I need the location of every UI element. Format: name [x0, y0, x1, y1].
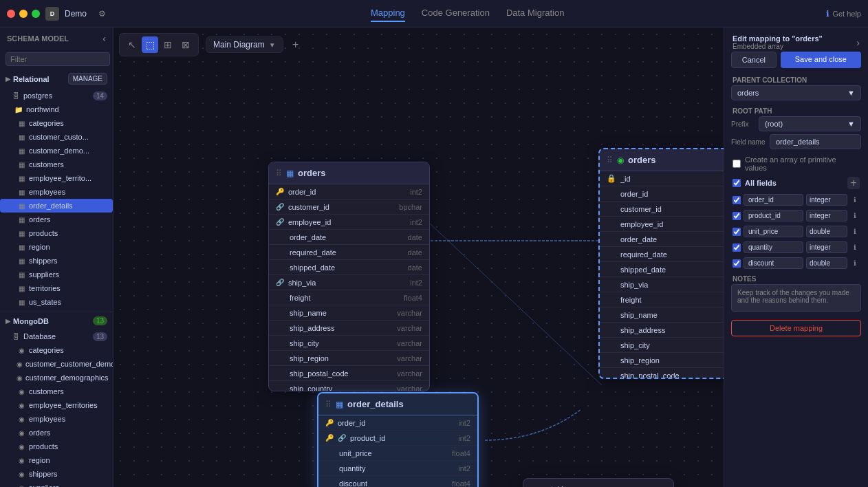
sidebar-item-region[interactable]: ▦ region — [0, 240, 113, 254]
manage-button[interactable]: MANAGE — [68, 73, 107, 85]
zoom-tool[interactable]: ⊠ — [177, 36, 194, 53]
prefix-select[interactable]: (root) ▼ — [759, 116, 861, 131]
help-button[interactable]: ℹ Get help — [826, 9, 861, 19]
field-name-quantity[interactable]: quantity — [744, 241, 803, 253]
tab-code-generation[interactable]: Code Generation — [422, 5, 490, 22]
filter-input[interactable] — [6, 52, 110, 66]
sidebar-item-order-details[interactable]: ▦ order_details — [0, 199, 113, 213]
drag-handle-icon: ⠿ — [325, 400, 332, 409]
orders-table-left-header[interactable]: ⠿ ▦ orders — [269, 162, 429, 184]
field-name-product-id[interactable]: product_id — [744, 210, 803, 221]
parent-collection-select[interactable]: orders ▼ — [731, 85, 861, 100]
close-button[interactable] — [7, 10, 15, 18]
add-diagram-button[interactable]: + — [287, 36, 304, 53]
relational-chevron[interactable]: ▶ — [6, 76, 10, 83]
fullscreen-button[interactable] — [32, 10, 40, 18]
orders-right-header[interactable]: ⠿ ◉ orders — [600, 149, 724, 171]
sidebar-item-mongodb-db[interactable]: 🗄 Database 13 — [0, 329, 113, 343]
info-icon[interactable]: ℹ — [850, 195, 860, 205]
sidebar-item-mg-cust-demo[interactable]: ◉ customer_demographics — [0, 371, 113, 385]
field-name-unit-price[interactable]: unit_price — [744, 226, 803, 237]
all-fields-checkbox[interactable] — [733, 179, 741, 187]
layout-tool[interactable]: ⊞ — [160, 36, 176, 53]
sidebar-item-postgres[interactable]: 🗄 postgres 14 — [0, 89, 113, 102]
field-name-discount[interactable]: discount — [744, 257, 803, 269]
sidebar-item-customers[interactable]: ▦ customers — [0, 158, 113, 171]
table-icon: ▦ — [17, 228, 26, 238]
field-row-quantity: quantity integer ℹ — [724, 239, 868, 255]
key-icon: 🔑 — [325, 434, 334, 442]
key-icon: 🔒 — [607, 174, 616, 183]
add-field-button[interactable]: + — [847, 177, 860, 189]
table-row: ship_name string — [600, 307, 724, 323]
info-icon[interactable]: ℹ — [850, 259, 860, 268]
sidebar-item-mg-categories[interactable]: ◉ categories — [0, 343, 113, 357]
field-type-discount[interactable]: double — [806, 257, 847, 269]
select-tool[interactable]: ⬚ — [142, 36, 158, 53]
field-name-order-id[interactable]: order_id — [744, 194, 803, 206]
sidebar-item-employees[interactable]: ▦ employees — [0, 185, 113, 199]
sidebar-item-mg-employees[interactable]: ◉ employees — [0, 412, 113, 426]
rp-collapse-icon[interactable]: › — [856, 37, 860, 48]
field-checkbox-discount[interactable] — [733, 259, 741, 268]
info-icon[interactable]: ℹ — [850, 227, 860, 237]
sidebar-item-mg-customers[interactable]: ◉ customers — [0, 385, 113, 398]
field-row-product-id: product_id integer ℹ — [724, 208, 868, 224]
tab-mapping[interactable]: Mapping — [371, 5, 405, 22]
save-close-button[interactable]: Save and close — [781, 52, 861, 68]
sidebar-collapse-icon[interactable]: ‹ — [102, 33, 106, 44]
sidebar-item-northwind[interactable]: 📁 northwind — [0, 102, 113, 116]
sidebar-item-territories[interactable]: ▦ territories — [0, 281, 113, 295]
order-details-header[interactable]: ⠿ ▦ order_details — [318, 393, 477, 415]
sidebar-item-mg-cust-cust[interactable]: ◉ customer_customer_demo — [0, 357, 113, 371]
field-type-order-id[interactable]: integer — [806, 194, 847, 206]
sidebar-item-shippers[interactable]: ▦ shippers — [0, 254, 113, 268]
sidebar-item-products[interactable]: ▦ products — [0, 226, 113, 240]
notes-textarea[interactable]: Keep track of the changes you made and t… — [731, 284, 861, 312]
info-icon[interactable]: ℹ — [850, 211, 860, 221]
sidebar-item-employee-terr[interactable]: ▦ employee_territo... — [0, 171, 113, 185]
field-type-unit-price[interactable]: double — [806, 226, 847, 237]
tab-data-migration[interactable]: Data Migration — [506, 5, 565, 22]
delete-mapping-button[interactable]: Delete mapping — [731, 320, 861, 336]
sidebar-item-categories[interactable]: ▦ categories — [0, 116, 113, 130]
mongodb-label: MongoDB — [13, 317, 49, 325]
field-checkbox-quantity[interactable] — [733, 244, 741, 252]
table-icon: ▦ — [17, 215, 26, 224]
sidebar-item-orders[interactable]: ▦ orders — [0, 213, 113, 226]
sidebar-item-mg-shippers[interactable]: ◉ shippers — [0, 467, 113, 481]
orders-table-left: ⠿ ▦ orders 🔑 order_id int2 🔗 customer_id… — [268, 162, 430, 391]
cancel-button[interactable]: Cancel — [731, 52, 777, 68]
field-checkbox-unit-price[interactable] — [733, 228, 741, 236]
tool-buttons: ↖ ⬚ ⊞ ⊠ — [119, 33, 199, 56]
field-type-product-id[interactable]: integer — [806, 210, 847, 221]
diagram-selector[interactable]: Main Diagram ▼ — [206, 36, 283, 53]
table-row: order_date date — [269, 230, 429, 245]
info-icon[interactable]: ℹ — [850, 243, 860, 252]
mongodb-chevron[interactable]: ▶ — [6, 318, 10, 325]
sidebar-item-mg-emp-terr[interactable]: ◉ employee_territories — [0, 398, 113, 412]
sidebar-item-mg-orders[interactable]: ◉ orders — [0, 426, 113, 440]
table-row: employee_id integer — [600, 217, 724, 232]
sidebar-item-customer-demo[interactable]: ▦ customer_demo... — [0, 144, 113, 158]
collection-icon: ◉ — [17, 387, 26, 396]
field-name-input[interactable] — [770, 134, 861, 149]
sidebar-item-us-states[interactable]: ▦ us_states — [0, 295, 113, 309]
field-checkbox-product-id[interactable] — [733, 212, 741, 220]
sidebar-item-suppliers[interactable]: ▦ suppliers — [0, 268, 113, 281]
pointer-tool[interactable]: ↖ — [124, 36, 140, 53]
key-icon: 🔑 — [325, 419, 334, 426]
orders-right-name: orders — [628, 155, 655, 165]
gear-icon[interactable]: ⚙ — [95, 7, 109, 21]
sidebar-item-mg-suppliers[interactable]: ◉ suppliers — [0, 481, 113, 487]
primitive-values-checkbox[interactable] — [733, 160, 741, 168]
sidebar-item-customer-custo[interactable]: ▦ customer_custo... — [0, 130, 113, 144]
rp-title: Edit mapping to "orders" — [733, 34, 823, 43]
field-checkbox-order-id[interactable] — [733, 196, 741, 204]
key-icon: 🔑 — [276, 188, 284, 195]
minimize-button[interactable] — [19, 10, 28, 18]
field-type-quantity[interactable]: integer — [806, 241, 847, 253]
sidebar-item-mg-region[interactable]: ◉ region — [0, 453, 113, 467]
sidebar-item-mg-products[interactable]: ◉ products — [0, 440, 113, 453]
table-icon: ▦ — [17, 283, 26, 293]
